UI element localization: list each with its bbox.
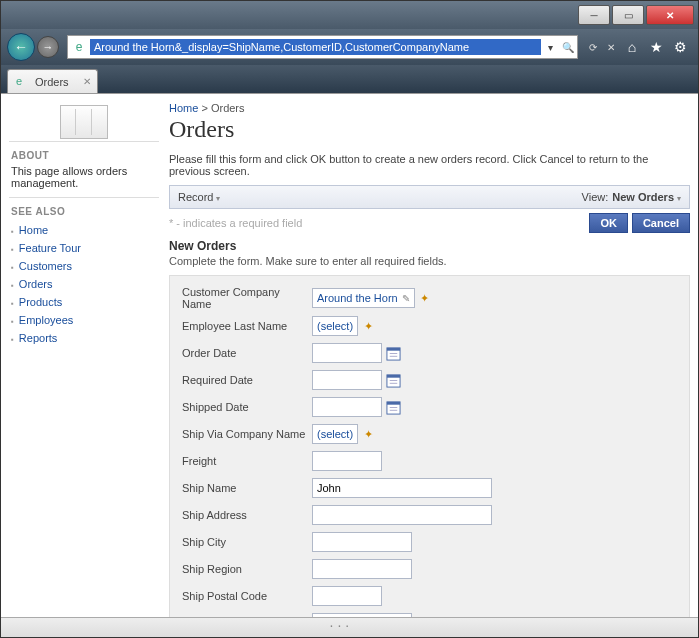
sidebar: ABOUT This page allows orders management… [9, 102, 159, 617]
calendar-icon[interactable] [385, 399, 401, 415]
shipped-date-input[interactable] [312, 397, 382, 417]
employee-lookup[interactable]: (select) [312, 316, 358, 336]
ie-icon: e [71, 39, 87, 55]
favorites-icon[interactable]: ★ [646, 37, 666, 57]
record-bar: Record▾ View: New Orders▾ [169, 185, 690, 209]
about-text: This page allows orders management. [9, 165, 159, 198]
section-title: New Orders [169, 239, 690, 253]
label-freight: Freight [182, 455, 312, 467]
breadcrumb-home[interactable]: Home [169, 102, 198, 114]
browser-tab[interactable]: e Orders ✕ [7, 69, 98, 93]
back-button[interactable]: ← [7, 33, 35, 61]
sidebar-link-customers[interactable]: Customers [19, 260, 72, 272]
calendar-icon[interactable] [385, 372, 401, 388]
tab-close-icon[interactable]: ✕ [83, 76, 91, 87]
table-icon [60, 105, 108, 139]
ok-button[interactable]: OK [589, 213, 628, 233]
about-header: ABOUT [11, 150, 159, 161]
section-desc: Complete the form. Make sure to enter al… [169, 255, 690, 267]
svg-rect-9 [386, 401, 399, 404]
svg-rect-1 [386, 347, 399, 350]
page-icon-box [9, 102, 159, 142]
ship-name-input[interactable] [312, 478, 492, 498]
new-record-icon[interactable]: ✦ [361, 427, 375, 441]
sidebar-links: Home Feature Tour Customers Orders Produ… [9, 221, 159, 347]
ship-city-input[interactable] [312, 532, 412, 552]
cancel-button[interactable]: Cancel [632, 213, 690, 233]
record-menu[interactable]: Record▾ [178, 191, 220, 203]
new-record-icon[interactable]: ✦ [361, 319, 375, 333]
view-selector[interactable]: New Orders▾ [608, 191, 681, 203]
close-button[interactable]: ✕ [646, 5, 694, 25]
maximize-button[interactable]: ▭ [612, 5, 644, 25]
page-title: Orders [169, 116, 690, 143]
dropdown-icon[interactable]: ▾ [541, 38, 559, 56]
ship-address-input[interactable] [312, 505, 492, 525]
breadcrumb: Home > Orders [169, 102, 690, 114]
ship-via-lookup[interactable]: (select) [312, 424, 358, 444]
label-ship-via: Ship Via Company Name [182, 428, 312, 440]
breadcrumb-current: Orders [211, 102, 245, 114]
view-label: View: [582, 191, 609, 203]
home-icon[interactable]: ⌂ [622, 37, 642, 57]
stop-button[interactable]: ✕ [602, 38, 620, 56]
titlebar: ─ ▭ ✕ [1, 1, 698, 29]
label-customer-company: Customer Company Name [182, 286, 312, 310]
address-bar[interactable]: e Around the Horn&_display=ShipName,Cust… [67, 35, 578, 59]
sidebar-link-employees[interactable]: Employees [19, 314, 73, 326]
status-bar [1, 617, 698, 637]
sidebar-link-home[interactable]: Home [19, 224, 48, 236]
sidebar-link-reports[interactable]: Reports [19, 332, 58, 344]
form-area: Customer Company Name Around the Horn✎ ✦… [169, 275, 690, 617]
label-order-date: Order Date [182, 347, 312, 359]
search-icon[interactable]: 🔍 [559, 38, 577, 56]
label-employee-last: Employee Last Name [182, 320, 312, 332]
customer-company-lookup[interactable]: Around the Horn✎ [312, 288, 415, 308]
sidebar-link-orders[interactable]: Orders [19, 278, 53, 290]
forward-button[interactable]: → [37, 36, 59, 58]
label-ship-address: Ship Address [182, 509, 312, 521]
instructions: Please fill this form and click OK butto… [169, 153, 690, 177]
label-ship-city: Ship City [182, 536, 312, 548]
browser-window: ─ ▭ ✕ ← → e Around the Horn&_display=Shi… [0, 0, 699, 638]
nav-toolbar: ← → e Around the Horn&_display=ShipName,… [1, 29, 698, 65]
sidebar-link-feature-tour[interactable]: Feature Tour [19, 242, 81, 254]
ship-postal-input[interactable] [312, 586, 382, 606]
ship-region-input[interactable] [312, 559, 412, 579]
resize-grip[interactable] [330, 621, 370, 633]
svg-rect-5 [386, 374, 399, 377]
page-content: ABOUT This page allows orders management… [1, 93, 698, 617]
ie-icon: e [16, 75, 30, 89]
url-text[interactable]: Around the Horn&_display=ShipName,Custom… [90, 39, 541, 55]
calendar-icon[interactable] [385, 345, 401, 361]
refresh-button[interactable]: ⟳ [584, 38, 602, 56]
required-date-input[interactable] [312, 370, 382, 390]
label-ship-postal: Ship Postal Code [182, 590, 312, 602]
tools-icon[interactable]: ⚙ [670, 37, 690, 57]
tab-bar: e Orders ✕ [1, 65, 698, 93]
new-record-icon[interactable]: ✦ [418, 291, 432, 305]
sidebar-link-products[interactable]: Products [19, 296, 62, 308]
label-ship-region: Ship Region [182, 563, 312, 575]
seealso-header: SEE ALSO [11, 206, 159, 217]
tab-label: Orders [35, 76, 69, 88]
minimize-button[interactable]: ─ [578, 5, 610, 25]
label-shipped-date: Shipped Date [182, 401, 312, 413]
freight-input[interactable] [312, 451, 382, 471]
main-panel: Home > Orders Orders Please fill this fo… [169, 102, 690, 617]
label-required-date: Required Date [182, 374, 312, 386]
order-date-input[interactable] [312, 343, 382, 363]
label-ship-name: Ship Name [182, 482, 312, 494]
pencil-icon: ✎ [402, 293, 410, 304]
